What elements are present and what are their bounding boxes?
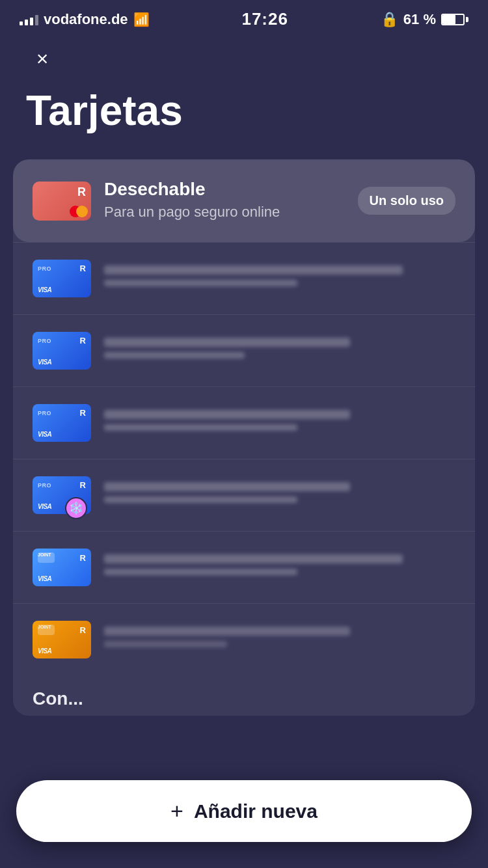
- card-info: [104, 482, 455, 508]
- card-item[interactable]: PRO R VISA: [13, 314, 475, 387]
- card-item-frozen[interactable]: PRO R VISA ❄️: [13, 459, 475, 531]
- disposable-title: Desechable: [104, 179, 345, 200]
- add-new-label: Añadir nueva: [194, 800, 318, 822]
- add-new-button-container: + Añadir nueva: [16, 780, 472, 842]
- card-thumbnail-gold: JOINT R VISA: [33, 621, 91, 658]
- status-bar: vodafone.de 📶 17:26 🔒 61 %: [0, 0, 488, 36]
- card-item-gold[interactable]: JOINT R VISA: [13, 603, 475, 675]
- wifi-icon: 📶: [133, 12, 150, 27]
- freeze-badge: ❄️: [65, 497, 87, 519]
- page-title: Tarjetas: [26, 88, 462, 133]
- status-right: 🔒 61 %: [381, 11, 468, 28]
- card-item[interactable]: PRO R VISA: [13, 242, 475, 314]
- battery-icon: [441, 14, 468, 25]
- card-item[interactable]: PRO R VISA: [13, 387, 475, 459]
- card-info: [104, 627, 455, 653]
- header: × Tarjetas: [0, 36, 488, 146]
- status-time: 17:26: [241, 9, 288, 29]
- mastercard-icon: [70, 206, 88, 217]
- disposable-card[interactable]: Desechable Para un pago seguro online Un…: [13, 159, 475, 242]
- card-item-joint[interactable]: JOINT R VISA: [13, 531, 475, 603]
- card-thumbnail: PRO R VISA: [33, 404, 91, 442]
- cards-container: Desechable Para un pago seguro online Un…: [13, 159, 475, 716]
- card-info: [104, 338, 455, 364]
- card-info: [104, 265, 455, 292]
- close-button[interactable]: ×: [26, 42, 59, 75]
- disposable-info: Desechable Para un pago seguro online: [104, 179, 345, 223]
- disposable-card-image: [33, 182, 91, 221]
- card-thumbnail: PRO R VISA: [33, 332, 91, 370]
- lock-icon: 🔒: [381, 11, 398, 28]
- card-thumbnail: PRO R VISA: [33, 260, 91, 297]
- card-info: [104, 410, 455, 436]
- solo-uso-badge: Un solo uso: [358, 187, 455, 215]
- disposable-subtitle: Para un pago seguro online: [104, 202, 345, 223]
- signal-icon: [20, 14, 38, 25]
- card-thumbnail-joint: JOINT R VISA: [33, 549, 91, 586]
- carrier-label: vodafone.de: [44, 11, 128, 28]
- plus-icon: +: [170, 798, 183, 824]
- bottom-card-label: Con...: [13, 675, 475, 716]
- status-left: vodafone.de 📶: [20, 11, 150, 28]
- battery-pct: 61 %: [403, 11, 436, 28]
- add-new-button[interactable]: + Añadir nueva: [16, 780, 472, 842]
- card-info: [104, 554, 455, 580]
